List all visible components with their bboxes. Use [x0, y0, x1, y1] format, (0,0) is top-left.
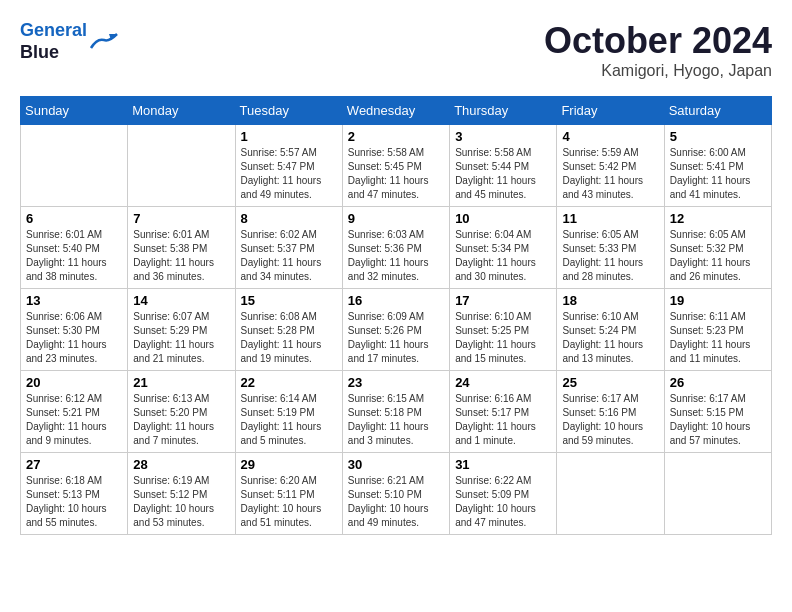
- day-info: Sunrise: 6:04 AM Sunset: 5:34 PM Dayligh…: [455, 228, 551, 284]
- day-info: Sunrise: 6:10 AM Sunset: 5:25 PM Dayligh…: [455, 310, 551, 366]
- day-number: 16: [348, 293, 444, 308]
- calendar-header-row: SundayMondayTuesdayWednesdayThursdayFrid…: [21, 97, 772, 125]
- day-number: 26: [670, 375, 766, 390]
- day-info: Sunrise: 6:03 AM Sunset: 5:36 PM Dayligh…: [348, 228, 444, 284]
- calendar-day-cell: 28Sunrise: 6:19 AM Sunset: 5:12 PM Dayli…: [128, 453, 235, 535]
- calendar-day-cell: 6Sunrise: 6:01 AM Sunset: 5:40 PM Daylig…: [21, 207, 128, 289]
- day-number: 29: [241, 457, 337, 472]
- calendar-day-cell: 10Sunrise: 6:04 AM Sunset: 5:34 PM Dayli…: [450, 207, 557, 289]
- day-number: 13: [26, 293, 122, 308]
- calendar-day-cell: 14Sunrise: 6:07 AM Sunset: 5:29 PM Dayli…: [128, 289, 235, 371]
- day-info: Sunrise: 5:59 AM Sunset: 5:42 PM Dayligh…: [562, 146, 658, 202]
- day-number: 1: [241, 129, 337, 144]
- calendar-day-cell: 4Sunrise: 5:59 AM Sunset: 5:42 PM Daylig…: [557, 125, 664, 207]
- day-number: 15: [241, 293, 337, 308]
- calendar-day-cell: 13Sunrise: 6:06 AM Sunset: 5:30 PM Dayli…: [21, 289, 128, 371]
- calendar-day-cell: [664, 453, 771, 535]
- calendar-day-cell: 3Sunrise: 5:58 AM Sunset: 5:44 PM Daylig…: [450, 125, 557, 207]
- day-number: 12: [670, 211, 766, 226]
- calendar-day-cell: 31Sunrise: 6:22 AM Sunset: 5:09 PM Dayli…: [450, 453, 557, 535]
- day-info: Sunrise: 6:01 AM Sunset: 5:40 PM Dayligh…: [26, 228, 122, 284]
- day-info: Sunrise: 6:22 AM Sunset: 5:09 PM Dayligh…: [455, 474, 551, 530]
- day-number: 30: [348, 457, 444, 472]
- calendar-day-cell: 8Sunrise: 6:02 AM Sunset: 5:37 PM Daylig…: [235, 207, 342, 289]
- calendar-title: October 2024: [544, 20, 772, 62]
- calendar-day-cell: 24Sunrise: 6:16 AM Sunset: 5:17 PM Dayli…: [450, 371, 557, 453]
- day-info: Sunrise: 6:12 AM Sunset: 5:21 PM Dayligh…: [26, 392, 122, 448]
- calendar-day-cell: 22Sunrise: 6:14 AM Sunset: 5:19 PM Dayli…: [235, 371, 342, 453]
- day-number: 18: [562, 293, 658, 308]
- calendar-day-cell: 25Sunrise: 6:17 AM Sunset: 5:16 PM Dayli…: [557, 371, 664, 453]
- day-number: 24: [455, 375, 551, 390]
- day-number: 3: [455, 129, 551, 144]
- calendar-day-cell: 29Sunrise: 6:20 AM Sunset: 5:11 PM Dayli…: [235, 453, 342, 535]
- day-info: Sunrise: 6:16 AM Sunset: 5:17 PM Dayligh…: [455, 392, 551, 448]
- calendar-day-cell: 2Sunrise: 5:58 AM Sunset: 5:45 PM Daylig…: [342, 125, 449, 207]
- day-info: Sunrise: 6:05 AM Sunset: 5:33 PM Dayligh…: [562, 228, 658, 284]
- weekday-header: Friday: [557, 97, 664, 125]
- day-number: 31: [455, 457, 551, 472]
- calendar-day-cell: 9Sunrise: 6:03 AM Sunset: 5:36 PM Daylig…: [342, 207, 449, 289]
- day-number: 2: [348, 129, 444, 144]
- day-info: Sunrise: 6:20 AM Sunset: 5:11 PM Dayligh…: [241, 474, 337, 530]
- calendar-week-row: 20Sunrise: 6:12 AM Sunset: 5:21 PM Dayli…: [21, 371, 772, 453]
- calendar-week-row: 27Sunrise: 6:18 AM Sunset: 5:13 PM Dayli…: [21, 453, 772, 535]
- calendar-day-cell: 1Sunrise: 5:57 AM Sunset: 5:47 PM Daylig…: [235, 125, 342, 207]
- day-info: Sunrise: 6:17 AM Sunset: 5:15 PM Dayligh…: [670, 392, 766, 448]
- header: GeneralBlue October 2024 Kamigori, Hyogo…: [20, 20, 772, 80]
- calendar-day-cell: 23Sunrise: 6:15 AM Sunset: 5:18 PM Dayli…: [342, 371, 449, 453]
- day-info: Sunrise: 6:08 AM Sunset: 5:28 PM Dayligh…: [241, 310, 337, 366]
- calendar-day-cell: 20Sunrise: 6:12 AM Sunset: 5:21 PM Dayli…: [21, 371, 128, 453]
- day-info: Sunrise: 6:21 AM Sunset: 5:10 PM Dayligh…: [348, 474, 444, 530]
- calendar-day-cell: 19Sunrise: 6:11 AM Sunset: 5:23 PM Dayli…: [664, 289, 771, 371]
- weekday-header: Thursday: [450, 97, 557, 125]
- day-number: 25: [562, 375, 658, 390]
- day-info: Sunrise: 6:01 AM Sunset: 5:38 PM Dayligh…: [133, 228, 229, 284]
- calendar-week-row: 6Sunrise: 6:01 AM Sunset: 5:40 PM Daylig…: [21, 207, 772, 289]
- day-number: 28: [133, 457, 229, 472]
- day-number: 6: [26, 211, 122, 226]
- day-info: Sunrise: 6:05 AM Sunset: 5:32 PM Dayligh…: [670, 228, 766, 284]
- day-info: Sunrise: 6:09 AM Sunset: 5:26 PM Dayligh…: [348, 310, 444, 366]
- day-info: Sunrise: 6:18 AM Sunset: 5:13 PM Dayligh…: [26, 474, 122, 530]
- day-number: 17: [455, 293, 551, 308]
- day-number: 23: [348, 375, 444, 390]
- day-number: 21: [133, 375, 229, 390]
- day-number: 8: [241, 211, 337, 226]
- calendar-day-cell: 7Sunrise: 6:01 AM Sunset: 5:38 PM Daylig…: [128, 207, 235, 289]
- day-info: Sunrise: 6:10 AM Sunset: 5:24 PM Dayligh…: [562, 310, 658, 366]
- logo-bird-icon: [89, 30, 119, 54]
- day-info: Sunrise: 6:07 AM Sunset: 5:29 PM Dayligh…: [133, 310, 229, 366]
- day-number: 19: [670, 293, 766, 308]
- weekday-header: Saturday: [664, 97, 771, 125]
- calendar-day-cell: [128, 125, 235, 207]
- day-info: Sunrise: 5:58 AM Sunset: 5:45 PM Dayligh…: [348, 146, 444, 202]
- calendar-day-cell: 18Sunrise: 6:10 AM Sunset: 5:24 PM Dayli…: [557, 289, 664, 371]
- weekday-header: Sunday: [21, 97, 128, 125]
- calendar-day-cell: 27Sunrise: 6:18 AM Sunset: 5:13 PM Dayli…: [21, 453, 128, 535]
- calendar-day-cell: 21Sunrise: 6:13 AM Sunset: 5:20 PM Dayli…: [128, 371, 235, 453]
- weekday-header: Monday: [128, 97, 235, 125]
- day-info: Sunrise: 6:19 AM Sunset: 5:12 PM Dayligh…: [133, 474, 229, 530]
- day-number: 4: [562, 129, 658, 144]
- calendar-day-cell: 12Sunrise: 6:05 AM Sunset: 5:32 PM Dayli…: [664, 207, 771, 289]
- day-info: Sunrise: 6:15 AM Sunset: 5:18 PM Dayligh…: [348, 392, 444, 448]
- day-number: 14: [133, 293, 229, 308]
- day-info: Sunrise: 6:00 AM Sunset: 5:41 PM Dayligh…: [670, 146, 766, 202]
- calendar-day-cell: 17Sunrise: 6:10 AM Sunset: 5:25 PM Dayli…: [450, 289, 557, 371]
- day-info: Sunrise: 5:58 AM Sunset: 5:44 PM Dayligh…: [455, 146, 551, 202]
- day-number: 20: [26, 375, 122, 390]
- day-info: Sunrise: 6:11 AM Sunset: 5:23 PM Dayligh…: [670, 310, 766, 366]
- day-info: Sunrise: 6:06 AM Sunset: 5:30 PM Dayligh…: [26, 310, 122, 366]
- calendar-day-cell: 16Sunrise: 6:09 AM Sunset: 5:26 PM Dayli…: [342, 289, 449, 371]
- day-info: Sunrise: 6:13 AM Sunset: 5:20 PM Dayligh…: [133, 392, 229, 448]
- day-info: Sunrise: 6:14 AM Sunset: 5:19 PM Dayligh…: [241, 392, 337, 448]
- day-number: 7: [133, 211, 229, 226]
- day-info: Sunrise: 5:57 AM Sunset: 5:47 PM Dayligh…: [241, 146, 337, 202]
- calendar-day-cell: 15Sunrise: 6:08 AM Sunset: 5:28 PM Dayli…: [235, 289, 342, 371]
- day-number: 11: [562, 211, 658, 226]
- calendar-day-cell: 30Sunrise: 6:21 AM Sunset: 5:10 PM Dayli…: [342, 453, 449, 535]
- calendar-table: SundayMondayTuesdayWednesdayThursdayFrid…: [20, 96, 772, 535]
- day-number: 10: [455, 211, 551, 226]
- calendar-week-row: 13Sunrise: 6:06 AM Sunset: 5:30 PM Dayli…: [21, 289, 772, 371]
